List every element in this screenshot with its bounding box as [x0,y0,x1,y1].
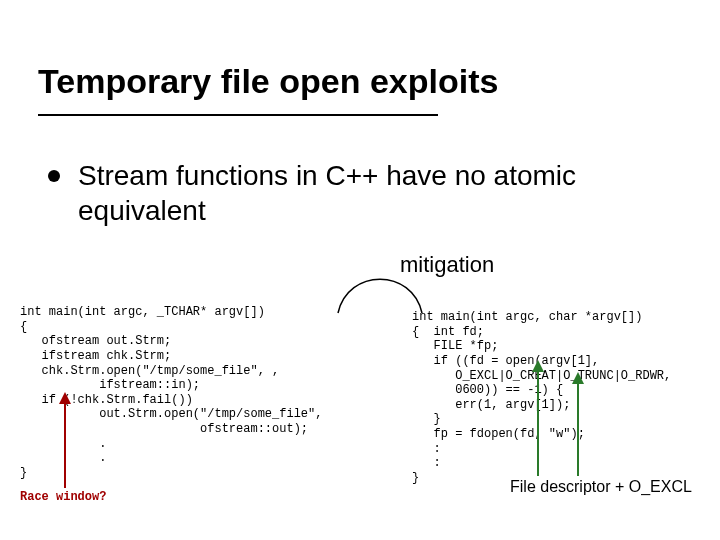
fd-arrow-2-icon [568,372,588,478]
file-descriptor-label: File descriptor + O_EXCL [510,478,692,496]
bullet-icon [48,170,60,182]
svg-marker-1 [59,392,71,404]
race-window-label: Race window? [20,490,106,504]
fd-arrow-1-icon [528,360,548,478]
title-wrap: Temporary file open exploits [38,62,682,101]
race-arrow-icon [55,392,75,490]
page-title: Temporary file open exploits [38,62,682,101]
svg-marker-3 [532,360,544,372]
svg-marker-5 [572,372,584,384]
slide: Temporary file open exploits Stream func… [0,0,720,540]
bullet-row: Stream functions in C++ have no atomic e… [48,158,672,228]
bullet-text: Stream functions in C++ have no atomic e… [78,158,672,228]
title-underline [38,114,438,116]
code-block-right: int main(int argc, char *argv[]) { int f… [412,310,712,486]
